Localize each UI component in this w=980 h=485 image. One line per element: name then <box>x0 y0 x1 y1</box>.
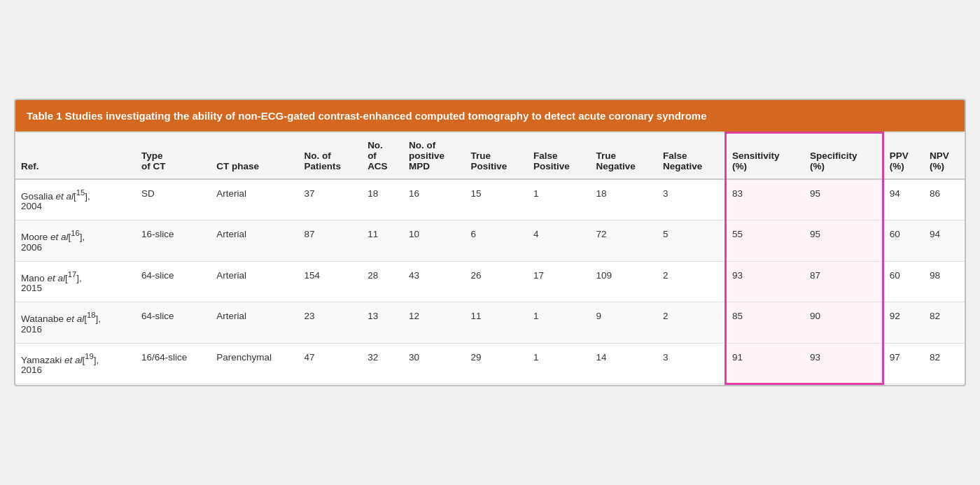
cell-specificity: 87 <box>804 261 883 302</box>
cell-ref: Gosalia et al[15],2004 <box>15 179 136 220</box>
cell-patients: 154 <box>299 261 363 302</box>
cell-acs: 28 <box>362 261 403 302</box>
cell-ppv: 94 <box>883 179 924 220</box>
cell-fn: 2 <box>657 302 725 344</box>
cell-acs: 13 <box>362 302 403 344</box>
cell-fp: 1 <box>528 302 591 344</box>
cell-tn: 14 <box>591 343 658 384</box>
cell-fp: 1 <box>528 343 591 384</box>
cell-ppv: 60 <box>883 220 924 262</box>
cell-mpd: 12 <box>403 302 465 344</box>
table-row: Mano et al[17],201564-sliceArterial15428… <box>15 261 965 302</box>
cell-acs: 11 <box>362 220 403 262</box>
cell-mpd: 16 <box>403 179 465 220</box>
cell-npv: 82 <box>924 343 965 384</box>
cell-tn: 9 <box>591 302 658 344</box>
cell-fp: 4 <box>528 220 591 262</box>
header-ref: Ref. <box>15 132 136 179</box>
cell-type: 16/64-slice <box>136 343 211 384</box>
cell-ref: Mano et al[17],2015 <box>15 261 136 302</box>
header-patients: No. ofPatients <box>299 132 363 179</box>
cell-type: SD <box>136 179 211 220</box>
study-table-container: Table 1 Studies investigating the abilit… <box>14 99 966 387</box>
header-tp: TruePositive <box>465 132 528 179</box>
cell-patients: 87 <box>299 220 363 262</box>
cell-sensitivity: 85 <box>726 302 804 344</box>
cell-specificity: 95 <box>804 220 883 262</box>
cell-fn: 2 <box>657 261 725 302</box>
cell-phase: Arterial <box>211 261 298 302</box>
cell-phase: Arterial <box>211 179 298 220</box>
cell-sensitivity: 91 <box>726 343 804 384</box>
header-tn: TrueNegative <box>591 132 658 179</box>
cell-mpd: 43 <box>403 261 465 302</box>
cell-patients: 37 <box>299 179 363 220</box>
cell-acs: 18 <box>362 179 403 220</box>
table-body: Gosalia et al[15],2004SDArterial37181615… <box>15 179 965 384</box>
cell-ref: Watanabe et al[18],2016 <box>15 302 136 344</box>
header-sensitivity: Sensitivity(%) <box>726 132 804 179</box>
table-title: Table 1 Studies investigating the abilit… <box>15 100 965 132</box>
header-specificity: Specificity(%) <box>804 132 883 179</box>
cell-tn: 72 <box>591 220 658 262</box>
cell-tp: 29 <box>465 343 528 384</box>
cell-npv: 94 <box>924 220 965 262</box>
header-mpd: No. ofpositiveMPD <box>403 132 465 179</box>
cell-acs: 32 <box>362 343 403 384</box>
table-row: Moore et al[16],200616-sliceArterial8711… <box>15 220 965 262</box>
cell-patients: 23 <box>299 302 363 344</box>
header-ppv: PPV(%) <box>883 132 924 179</box>
table-row: Gosalia et al[15],2004SDArterial37181615… <box>15 179 965 220</box>
header-type: Typeof CT <box>136 132 211 179</box>
header-phase: CT phase <box>211 132 298 179</box>
cell-tp: 11 <box>465 302 528 344</box>
cell-type: 64-slice <box>136 302 211 344</box>
cell-phase: Arterial <box>211 302 298 344</box>
cell-ref: Yamazaki et al[19],2016 <box>15 343 136 384</box>
cell-tp: 6 <box>465 220 528 262</box>
header-acs: No.ofACS <box>362 132 403 179</box>
cell-tn: 109 <box>591 261 658 302</box>
study-table: Ref. Typeof CT CT phase No. ofPatients N… <box>15 132 965 386</box>
cell-mpd: 30 <box>403 343 465 384</box>
cell-tn: 18 <box>591 179 658 220</box>
table-header-row: Ref. Typeof CT CT phase No. ofPatients N… <box>15 132 965 179</box>
cell-specificity: 93 <box>804 343 883 384</box>
cell-ppv: 97 <box>883 343 924 384</box>
cell-npv: 98 <box>924 261 965 302</box>
cell-sensitivity: 83 <box>726 179 804 220</box>
header-npv: NPV(%) <box>924 132 965 179</box>
cell-fn: 5 <box>657 220 725 262</box>
cell-phase: Arterial <box>211 220 298 262</box>
cell-fn: 3 <box>657 179 725 220</box>
cell-tp: 26 <box>465 261 528 302</box>
cell-specificity: 95 <box>804 179 883 220</box>
cell-fn: 3 <box>657 343 725 384</box>
cell-fp: 17 <box>528 261 591 302</box>
cell-ppv: 60 <box>883 261 924 302</box>
cell-mpd: 10 <box>403 220 465 262</box>
cell-phase: Parenchymal <box>211 343 298 384</box>
table-row: Yamazaki et al[19],201616/64-sliceParenc… <box>15 343 965 384</box>
cell-ref: Moore et al[16],2006 <box>15 220 136 262</box>
cell-fp: 1 <box>528 179 591 220</box>
cell-type: 64-slice <box>136 261 211 302</box>
cell-type: 16-slice <box>136 220 211 262</box>
table-row: Watanabe et al[18],201664-sliceArterial2… <box>15 302 965 344</box>
cell-specificity: 90 <box>804 302 883 344</box>
cell-npv: 86 <box>924 179 965 220</box>
cell-patients: 47 <box>299 343 363 384</box>
cell-sensitivity: 55 <box>726 220 804 262</box>
cell-tp: 15 <box>465 179 528 220</box>
header-fn: FalseNegative <box>657 132 725 179</box>
cell-ppv: 92 <box>883 302 924 344</box>
header-fp: FalsePositive <box>528 132 591 179</box>
cell-sensitivity: 93 <box>726 261 804 302</box>
cell-npv: 82 <box>924 302 965 344</box>
